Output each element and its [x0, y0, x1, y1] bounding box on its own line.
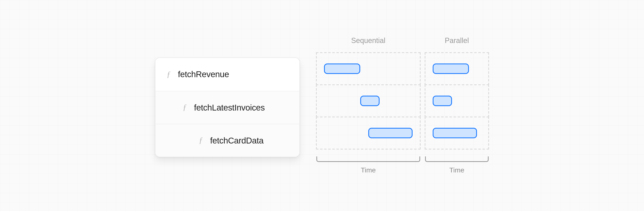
time-label: Time — [316, 166, 420, 175]
function-icon: ƒ — [199, 135, 203, 145]
timeline-cell — [425, 84, 489, 117]
timeline-cell — [316, 52, 420, 85]
timeline-cell — [425, 52, 489, 85]
time-label: Time — [425, 166, 489, 175]
sequential-cells — [316, 52, 420, 150]
function-name: fetchCardData — [210, 136, 264, 145]
timeline-cell — [316, 84, 420, 117]
timeline-cell — [316, 117, 420, 150]
diagram-stage: ƒ fetchRevenue ƒ fetchLatestInvoices ƒ f… — [155, 36, 489, 175]
function-row: ƒ fetchLatestInvoices — [155, 91, 300, 124]
timelines: Sequential Time Parallel — [316, 36, 489, 175]
duration-bar — [324, 63, 360, 74]
sequential-column: Sequential Time — [316, 36, 420, 175]
function-row: ƒ fetchRevenue — [155, 58, 300, 91]
duration-bar — [433, 96, 452, 106]
function-card: ƒ fetchRevenue ƒ fetchLatestInvoices ƒ f… — [155, 57, 300, 157]
function-name: fetchRevenue — [178, 69, 229, 79]
duration-bar — [368, 128, 412, 138]
duration-bar — [433, 63, 469, 74]
bracket-icon — [316, 156, 420, 162]
duration-bar — [433, 128, 477, 138]
function-icon: ƒ — [183, 102, 187, 112]
time-bracket: Time — [316, 156, 420, 175]
column-label-parallel: Parallel — [445, 36, 469, 45]
parallel-cells — [425, 52, 489, 150]
duration-bar — [360, 96, 380, 106]
time-bracket: Time — [425, 156, 489, 175]
function-name: fetchLatestInvoices — [194, 103, 265, 112]
function-row: ƒ fetchCardData — [155, 124, 300, 157]
function-icon: ƒ — [167, 69, 171, 79]
timeline-cell — [425, 117, 489, 150]
column-label-sequential: Sequential — [351, 36, 386, 45]
bracket-icon — [425, 156, 489, 162]
parallel-column: Parallel Time — [425, 36, 489, 175]
